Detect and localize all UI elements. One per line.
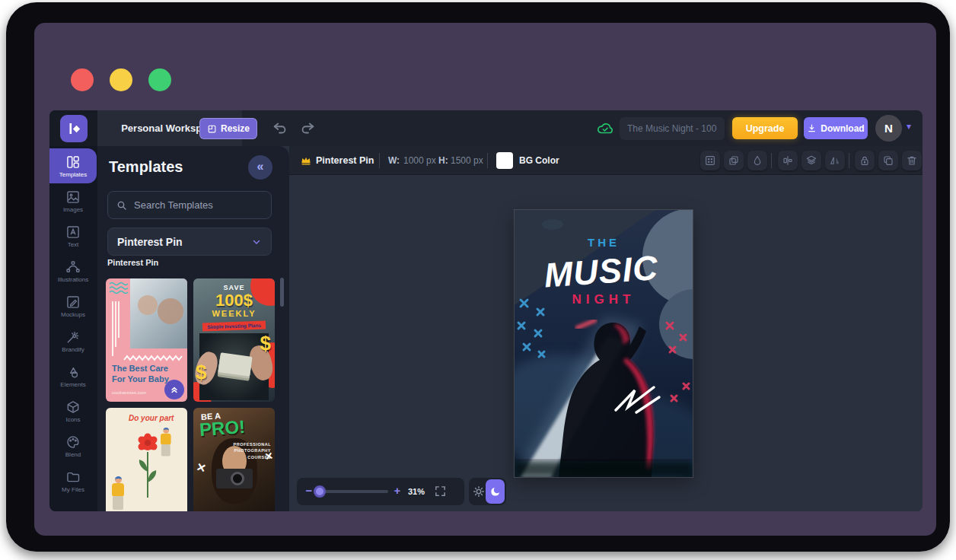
search-box[interactable] bbox=[107, 191, 272, 219]
double-chevron-up-icon bbox=[169, 384, 180, 395]
sidebar-item-templates[interactable]: Templates bbox=[49, 148, 97, 183]
dark-mode-button[interactable] bbox=[486, 479, 505, 504]
fullscreen-button[interactable] bbox=[434, 485, 447, 498]
document-title-input[interactable] bbox=[620, 117, 725, 140]
light-mode-button[interactable] bbox=[470, 483, 487, 500]
template-card-investing[interactable]: SAVE 100$ WEEKLY Simple Investing Plans … bbox=[193, 278, 275, 402]
flip-button[interactable] bbox=[825, 151, 845, 170]
camera-illustration bbox=[216, 469, 253, 488]
traffic-light-close[interactable] bbox=[71, 68, 94, 91]
template-heading: The Best Care For Your Baby bbox=[112, 364, 169, 385]
template-text: WEEKLY bbox=[193, 309, 275, 318]
template-text: PRO! bbox=[199, 416, 246, 441]
scroll-top-button[interactable] bbox=[164, 380, 184, 399]
download-button[interactable]: Download bbox=[804, 117, 868, 139]
palette-icon bbox=[65, 434, 81, 450]
sidebar-item-mockups[interactable]: Mockups bbox=[49, 288, 97, 323]
overlapping-frames-icon bbox=[728, 154, 740, 167]
zoom-slider-knob[interactable] bbox=[314, 485, 326, 498]
collapse-panel-button[interactable]: « bbox=[248, 155, 272, 180]
droplet-icon bbox=[751, 154, 763, 167]
templates-icon bbox=[65, 154, 81, 170]
template-card-distancing[interactable]: Do your part stay 2m apart bbox=[106, 408, 187, 511]
upgrade-button[interactable]: Upgrade bbox=[732, 117, 798, 139]
cube-icon bbox=[65, 399, 81, 415]
folder-icon bbox=[65, 469, 81, 485]
divider bbox=[771, 153, 772, 168]
music-night-poster: THE MUSIC NIGHT bbox=[515, 210, 693, 477]
undo-button[interactable] bbox=[272, 120, 288, 137]
sidebar-item-text[interactable]: Text bbox=[49, 218, 97, 253]
sidebar-item-label: Elements bbox=[60, 381, 85, 388]
color-drop-button[interactable] bbox=[747, 151, 767, 170]
zoom-slider-track[interactable] bbox=[318, 490, 388, 493]
sidebar-item-label: Icons bbox=[65, 416, 80, 423]
zoom-in-button[interactable]: + bbox=[391, 484, 403, 497]
poster-title-sub: NIGHT bbox=[572, 292, 636, 307]
search-input[interactable] bbox=[134, 199, 256, 211]
avatar-initial: N bbox=[884, 122, 893, 135]
redo-button[interactable] bbox=[299, 120, 316, 137]
shapes-icon bbox=[65, 364, 81, 380]
arc-decoration bbox=[198, 510, 269, 511]
chevron-down-icon bbox=[251, 237, 262, 247]
sidebar: Templates Images Text Illustrations Mock… bbox=[49, 146, 97, 511]
layers-icon bbox=[805, 154, 817, 167]
dollar-decoration: $ bbox=[196, 361, 206, 384]
app-logo-icon[interactable] bbox=[60, 115, 88, 142]
layers-button[interactable] bbox=[801, 151, 821, 170]
trash-icon bbox=[906, 154, 918, 167]
sidebar-item-elements[interactable]: Elements bbox=[49, 358, 97, 393]
canvas-artboard[interactable]: THE MUSIC NIGHT bbox=[515, 210, 693, 477]
width-value[interactable]: 1000 px bbox=[403, 146, 436, 175]
height-value[interactable]: 1500 px bbox=[451, 146, 483, 175]
flower-illustration bbox=[132, 429, 164, 499]
lock-button[interactable] bbox=[855, 151, 875, 170]
sidebar-item-icons[interactable]: Icons bbox=[49, 393, 97, 428]
section-label: Pinterest Pin bbox=[107, 258, 158, 267]
template-text: Do your part bbox=[129, 414, 174, 422]
template-card-photography[interactable]: BE A PRO! PROFESSIONAL PHOTOGRAPHY COURS… bbox=[193, 408, 275, 511]
sidebar-item-blend[interactable]: Blend bbox=[49, 428, 97, 463]
sidebar-item-label: Brandify bbox=[62, 346, 84, 353]
x-decoration: ✕ bbox=[264, 450, 274, 463]
bg-color-swatch[interactable] bbox=[496, 152, 513, 169]
dollar-decoration: $ bbox=[260, 332, 271, 355]
sidebar-item-brandify[interactable]: Brandify bbox=[49, 323, 97, 358]
zoom-value[interactable]: 31% bbox=[408, 487, 425, 496]
templates-panel: Templates « Pinterest Pin Pinterest Pin bbox=[97, 146, 289, 511]
redo-icon bbox=[299, 120, 316, 137]
align-button[interactable] bbox=[778, 151, 798, 170]
moon-icon bbox=[489, 485, 502, 498]
poster-title-main: MUSIC bbox=[543, 248, 660, 294]
canvas-toolbar: Pinterest Pin W: 1000 px H: 1500 px BG C… bbox=[289, 146, 923, 175]
duplicate-frame-button[interactable] bbox=[724, 151, 744, 170]
width-label: W: bbox=[388, 146, 400, 175]
template-card-baby-care[interactable]: The Best Care For Your Baby coolnannies.… bbox=[106, 278, 187, 402]
app-window: Personal Workspace Resize Upgrad bbox=[49, 110, 923, 511]
sidebar-item-label: Templates bbox=[59, 171, 87, 178]
sidebar-item-my-files[interactable]: My Files bbox=[49, 463, 97, 498]
resize-button[interactable]: Resize bbox=[199, 118, 257, 139]
app-header: Personal Workspace Resize Upgrad bbox=[49, 110, 923, 146]
panel-scrollbar[interactable] bbox=[280, 278, 284, 307]
copy-button[interactable] bbox=[878, 151, 898, 170]
copy-icon bbox=[882, 154, 894, 167]
template-banner: Simple Investing Plans bbox=[202, 321, 266, 332]
sidebar-item-images[interactable]: Images bbox=[49, 183, 97, 218]
poster-title-top: THE bbox=[588, 236, 620, 249]
position-button[interactable] bbox=[700, 151, 720, 170]
avatar-caret-icon[interactable]: ▾ bbox=[907, 121, 911, 132]
sidebar-item-illustrations[interactable]: Illustrations bbox=[49, 253, 97, 288]
traffic-light-minimize[interactable] bbox=[110, 68, 132, 91]
delete-button[interactable] bbox=[902, 151, 922, 170]
height-label: H: bbox=[438, 146, 448, 175]
category-dropdown[interactable]: Pinterest Pin bbox=[107, 228, 272, 256]
avatar[interactable]: N bbox=[875, 115, 902, 142]
traffic-light-maximize[interactable] bbox=[148, 68, 171, 91]
text-icon bbox=[65, 224, 81, 240]
search-icon bbox=[116, 199, 128, 212]
cloud-sync-icon bbox=[595, 119, 615, 138]
line-decoration bbox=[112, 301, 113, 356]
template-website: coolnannies.com bbox=[112, 390, 146, 395]
